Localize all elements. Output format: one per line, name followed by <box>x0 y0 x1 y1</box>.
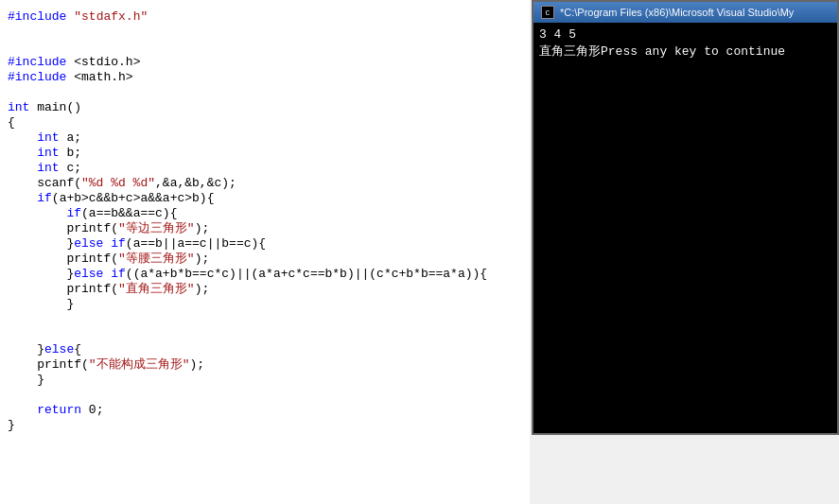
code-line-13: if(a+b>c&&b+c>a&&a+c>b){ <box>0 191 530 206</box>
code-line-7: int main() <box>0 100 530 115</box>
code-line-4: #include <stdio.h> <box>0 55 530 70</box>
code-line-6 <box>0 85 530 100</box>
code-line-20: } <box>0 297 530 312</box>
code-line-23: }else{ <box>0 342 530 357</box>
console-panel: C *C:\Program Files (x86)\Microsoft Visu… <box>532 0 839 435</box>
console-output-line2: 直角三角形Press any key to continue <box>539 43 831 61</box>
console-title: *C:\Program Files (x86)\Microsoft Visual… <box>560 7 794 18</box>
code-line-12: scanf("%d %d %d",&a,&b,&c); <box>0 176 530 191</box>
code-line-3 <box>0 40 530 55</box>
code-editor[interactable]: #include "stdafx.h" #include <stdio.h> #… <box>0 0 530 504</box>
code-line-9: int a; <box>0 130 530 146</box>
code-line-14: if(a==b&&a==c){ <box>0 206 530 221</box>
code-line-5: #include <math.h> <box>0 70 530 85</box>
code-line-8: { <box>0 115 530 130</box>
console-titlebar: C *C:\Program Files (x86)\Microsoft Visu… <box>533 2 837 23</box>
code-line-22 <box>0 327 530 342</box>
code-line-25: } <box>0 373 530 388</box>
code-line-27: return 0; <box>0 403 530 418</box>
code-line-21 <box>0 312 530 327</box>
console-output-line1: 3 4 5 <box>539 26 831 43</box>
code-line-16: }else if(a==b||a==c||b==c){ <box>0 236 530 252</box>
code-line-19: printf("直角三角形"); <box>0 282 530 297</box>
code-line-24: printf("不能构成三角形"); <box>0 357 530 373</box>
code-line-1: #include "stdafx.h" <box>0 9 530 25</box>
code-line-17: printf("等腰三角形"); <box>0 252 530 267</box>
code-line-15: printf("等边三角形"); <box>0 221 530 236</box>
code-line-18: }else if((a*a+b*b==c*c)||(a*a+c*c==b*b)|… <box>0 267 530 282</box>
code-line-26 <box>0 388 530 403</box>
code-line-11: int c; <box>0 161 530 176</box>
console-icon: C <box>541 6 554 19</box>
code-line-2 <box>0 25 530 40</box>
console-content: 3 4 5 直角三角形Press any key to continue <box>533 23 837 433</box>
code-line-28: } <box>0 418 530 433</box>
code-line-10: int b; <box>0 146 530 161</box>
